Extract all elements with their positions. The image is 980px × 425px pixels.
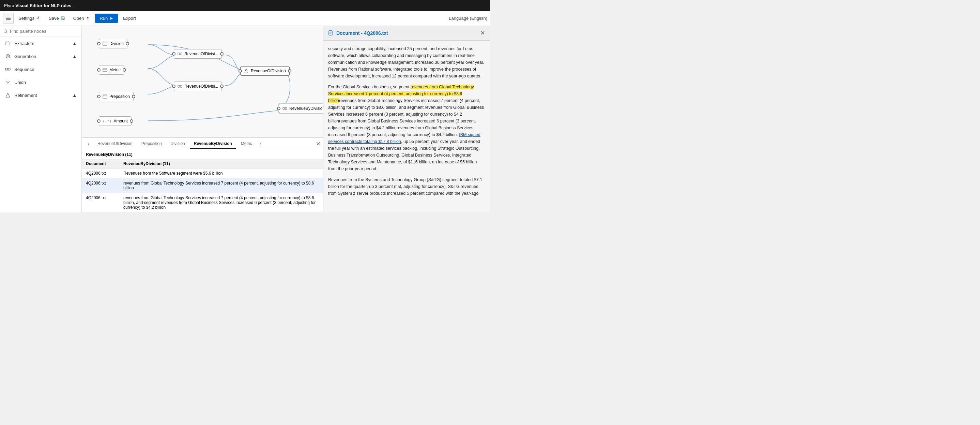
row-doc-2: 4Q2006.txt (82, 178, 119, 193)
refinement-chevron-icon: ▲ (72, 93, 77, 98)
settings-icon (36, 16, 41, 21)
row-text-2: revenues from Global Technology Services… (119, 178, 323, 193)
svg-rect-31 (178, 85, 180, 87)
canvas-section: Division Metric Preposition (.*) (82, 26, 323, 212)
tabs-prev-button[interactable]: ‹ (84, 140, 93, 148)
extractors-icon (5, 40, 11, 46)
extractor-icon-metric (103, 67, 107, 72)
node-revenueByDivision[interactable]: RevenueByDivision (279, 104, 323, 113)
open-button[interactable]: Open (70, 14, 94, 23)
svg-rect-19 (103, 42, 107, 45)
main-layout: Extractors ▲ Generation ▲ Sequence (0, 26, 490, 212)
svg-rect-0 (6, 17, 11, 18)
tabs-next-button[interactable]: › (257, 140, 265, 148)
col-result: RevenueByDivision (11) (119, 159, 323, 168)
generation-label: Generation (14, 54, 36, 59)
extractors-chevron-icon: ▲ (72, 41, 77, 46)
canvas[interactable]: Division Metric Preposition (.*) (82, 26, 323, 212)
extractor-icon-preposition (103, 94, 107, 99)
sidebar-item-generation[interactable]: Generation ▲ (0, 50, 81, 63)
extractors-label: Extractors (14, 41, 34, 46)
result-header: RevenueByDivision (11) (82, 150, 323, 159)
refinement-icon (5, 92, 11, 98)
sidebar-item-refinement[interactable]: Refinement ▲ (0, 89, 81, 102)
svg-rect-29 (180, 53, 182, 55)
table-row[interactable]: 4Q2006.txt Revenues from the Software se… (82, 168, 323, 178)
row-doc-1: 4Q2006.txt (82, 168, 119, 178)
node-preposition-label: Preposition (110, 94, 130, 99)
node-revenueOfDivisi1[interactable]: RevenueOfDivisi... (174, 49, 222, 59)
node-metric[interactable]: Metric (99, 65, 124, 75)
app-title: Elyra Visual Editor for NLP rules (4, 3, 71, 8)
tab-division[interactable]: Division (167, 139, 189, 149)
sidebar: Extractors ▲ Generation ▲ Sequence (0, 26, 82, 212)
doc-icon (328, 30, 334, 36)
sequence-label: Sequence (14, 67, 34, 72)
table-row[interactable]: 4Q2006.txt revenues from Global Technolo… (82, 178, 323, 193)
open-icon (86, 16, 90, 21)
node-port-metric-left (97, 68, 100, 72)
svg-rect-35 (283, 107, 285, 110)
close-bottom-panel-button[interactable]: ✕ (316, 141, 320, 147)
doc-header: Document - 4Q2006.txt ✕ (323, 26, 490, 41)
generation-icon (5, 53, 11, 59)
doc-paragraph-2: For the Global Services business, segmen… (328, 83, 485, 172)
node-port-rod2-left (172, 85, 175, 88)
tab-revenueByDivision[interactable]: RevenueByDivision (190, 139, 236, 149)
svg-point-6 (4, 29, 6, 32)
tab-metric[interactable]: Metric (237, 139, 256, 149)
sidebar-item-union[interactable]: Union (0, 76, 81, 89)
svg-rect-25 (103, 95, 107, 98)
sidebar-item-sequence[interactable]: Sequence (0, 63, 81, 76)
sequence-icon (5, 66, 11, 72)
svg-marker-5 (110, 17, 113, 20)
run-button[interactable]: Run (95, 14, 118, 23)
svg-line-7 (6, 32, 8, 33)
settings-button[interactable]: Settings (15, 14, 44, 23)
union-label: Union (14, 80, 26, 85)
svg-rect-2 (6, 19, 11, 20)
node-amount-label: Amount (114, 119, 128, 123)
svg-rect-13 (8, 68, 10, 70)
tab-preposition[interactable]: Preposition (137, 139, 166, 149)
node-port-division-right (126, 42, 129, 45)
sequence-icon-rbd (283, 106, 287, 111)
language-selector[interactable]: Language (English) (449, 16, 487, 21)
topbar: Elyra Visual Editor for NLP rules (0, 0, 490, 11)
doc-close-button[interactable]: ✕ (480, 29, 485, 37)
node-port-rod-right (288, 69, 291, 73)
doc-body: security and storage capability, increas… (323, 41, 490, 212)
extractor-icon (103, 41, 107, 46)
node-amount[interactable]: (.*) Amount (99, 116, 132, 126)
row-text-1: Revenues from the Software segment were … (119, 168, 323, 178)
node-rod-label: RevenueOfDivision (251, 69, 286, 73)
svg-line-15 (6, 81, 8, 83)
sequence-icon-rod1 (178, 51, 182, 56)
table-row[interactable]: 4Q2006.txt revenues from Global Technolo… (82, 193, 323, 212)
save-icon (60, 16, 65, 21)
node-preposition[interactable]: Preposition (99, 92, 134, 101)
node-port-rod1-left (172, 52, 175, 56)
node-port-preposition-right (132, 95, 135, 98)
sidebar-item-extractors[interactable]: Extractors ▲ (0, 37, 81, 50)
node-revenueOfDivision[interactable]: RevenueOfDivision (240, 66, 290, 76)
svg-point-3 (38, 18, 39, 19)
union-icon (5, 79, 11, 85)
svg-rect-1 (6, 18, 11, 19)
svg-marker-18 (6, 93, 10, 97)
doc-paragraph-1: security and storage capability, increas… (328, 45, 485, 80)
svg-point-34 (246, 70, 247, 71)
bottom-tabs-bar: ‹ RevenueOfDivision Preposition Division… (82, 138, 323, 150)
tab-revenueOfDivision[interactable]: RevenueOfDivision (93, 139, 137, 149)
run-icon (110, 16, 113, 21)
node-revenueOfDivisi2[interactable]: RevenueOfDivisi... (174, 81, 222, 91)
node-rbd-label: RevenueByDivision (289, 106, 323, 111)
row-text-3: revenues from Global Technology Services… (119, 193, 323, 212)
node-division[interactable]: Division (99, 39, 127, 48)
export-button[interactable]: Export (119, 14, 139, 23)
palette-toggle-button[interactable] (3, 13, 14, 24)
node-rod2-label: RevenueOfDivisi... (185, 84, 218, 89)
node-metric-label: Metric (110, 67, 121, 72)
save-button[interactable]: Save (45, 14, 68, 23)
search-input[interactable] (10, 29, 78, 34)
